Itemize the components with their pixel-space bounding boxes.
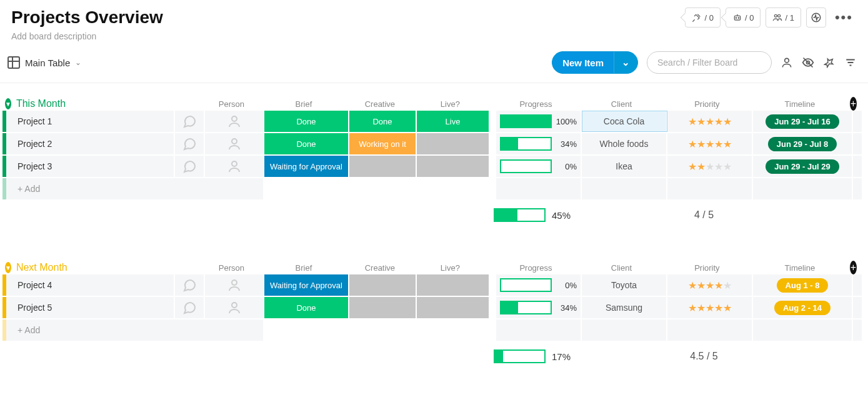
priority-cell[interactable]: ★★★★★ — [667, 297, 753, 318]
members-pill[interactable]: / 1 — [766, 8, 801, 28]
col-timeline[interactable]: Timeline — [750, 263, 850, 273]
creative-status[interactable]: Working on it — [349, 133, 417, 154]
brief-status[interactable]: Done — [264, 133, 349, 154]
person-cell[interactable] — [205, 133, 264, 154]
client-cell[interactable]: Coca Cola — [582, 111, 667, 132]
brief-status[interactable]: Waiting for Approval — [264, 274, 349, 296]
integrations-pill[interactable]: / 0 — [685, 8, 720, 28]
live-status[interactable]: Live — [417, 111, 490, 132]
automations-pill[interactable]: / 0 — [726, 8, 761, 28]
group-title[interactable]: Next Month — [16, 262, 202, 273]
col-brief[interactable]: Brief — [261, 99, 346, 109]
activity-pill[interactable] — [806, 8, 826, 28]
add-column-button[interactable]: + — [850, 97, 857, 111]
col-progress[interactable]: Progress — [493, 263, 579, 273]
col-creative[interactable]: Creative — [346, 263, 414, 273]
chat-button[interactable] — [175, 297, 205, 318]
item-name[interactable]: Project 3 — [6, 156, 175, 177]
group-title[interactable]: This Month — [16, 98, 202, 109]
live-status[interactable] — [417, 297, 490, 318]
add-column-button[interactable]: + — [850, 261, 857, 274]
client-cell[interactable]: Samsung — [582, 297, 667, 318]
group-collapse-toggle[interactable]: ▼ — [5, 98, 11, 109]
view-name: Main Table — [25, 58, 70, 68]
client-cell[interactable]: Toyota — [582, 274, 667, 296]
col-live[interactable]: Live? — [414, 263, 487, 273]
add-item-button[interactable]: + Add — [6, 319, 264, 341]
creative-status[interactable] — [349, 156, 417, 177]
progress-cell[interactable]: 100% — [496, 111, 582, 132]
creative-status[interactable] — [349, 274, 417, 296]
timeline-cell[interactable]: Jun 29 - Jul 8 — [753, 133, 853, 154]
add-item-button[interactable]: + Add — [6, 178, 264, 199]
star-icon: ★ — [723, 138, 732, 150]
col-creative[interactable]: Creative — [346, 99, 414, 109]
plug-icon — [692, 13, 702, 23]
group-collapse-toggle[interactable]: ▼ — [5, 262, 11, 273]
client-cell[interactable]: Ikea — [582, 156, 667, 177]
star-icon: ★ — [697, 279, 706, 291]
search-input[interactable] — [647, 51, 772, 74]
live-status[interactable] — [417, 133, 490, 154]
filter-icon[interactable] — [844, 56, 857, 69]
col-priority[interactable]: Priority — [664, 263, 750, 273]
col-priority[interactable]: Priority — [664, 99, 750, 109]
person-cell[interactable] — [205, 297, 264, 318]
priority-cell[interactable]: ★★★★★ — [667, 111, 753, 132]
progress-cell[interactable]: 0% — [496, 274, 582, 296]
col-client[interactable]: Client — [579, 99, 664, 109]
chat-button[interactable] — [175, 111, 205, 132]
creative-status[interactable]: Done — [349, 111, 417, 132]
priority-cell[interactable]: ★★★★★ — [667, 274, 753, 296]
live-status[interactable] — [417, 274, 490, 296]
timeline-cell[interactable]: Jun 29 - Jul 29 — [753, 156, 853, 177]
item-name[interactable]: Project 1 — [6, 111, 175, 132]
new-item-button[interactable]: New Item ⌄ — [552, 51, 638, 74]
table-row[interactable]: Project 4 Waiting for Approval 0% Toyota… — [2, 274, 862, 297]
eye-off-icon[interactable] — [802, 56, 814, 69]
svg-point-4 — [778, 14, 781, 17]
priority-cell[interactable]: ★★★★★ — [667, 156, 753, 177]
chat-button[interactable] — [175, 156, 205, 177]
progress-cell[interactable]: 34% — [496, 133, 582, 154]
pin-icon[interactable] — [823, 56, 836, 69]
col-brief[interactable]: Brief — [261, 263, 346, 273]
person-filter-icon[interactable] — [781, 56, 793, 69]
person-cell[interactable] — [205, 111, 264, 132]
table-row[interactable]: Project 5 Done 34% Samsung ★★★★★ Aug 2 -… — [2, 297, 862, 319]
timeline-cell[interactable]: Aug 1 - 8 — [753, 274, 853, 296]
chat-button[interactable] — [175, 133, 205, 154]
brief-status[interactable]: Done — [264, 297, 349, 318]
table-row[interactable]: Project 1 Done Done Live 100% Coca Cola … — [2, 111, 862, 133]
col-person[interactable]: Person — [202, 263, 261, 273]
brief-status[interactable]: Done — [264, 111, 349, 132]
item-name[interactable]: Project 2 — [6, 133, 175, 154]
live-status[interactable] — [417, 156, 490, 177]
timeline-cell[interactable]: Aug 2 - 14 — [753, 297, 853, 318]
client-cell[interactable]: Whole foods — [582, 133, 667, 154]
more-menu[interactable]: ••• — [831, 9, 857, 26]
creative-status[interactable] — [349, 297, 417, 318]
table-row[interactable]: Project 3 Waiting for Approval 0% Ikea ★… — [2, 156, 862, 178]
col-client[interactable]: Client — [579, 263, 664, 273]
view-selector[interactable]: Main Table ⌄ — [7, 56, 81, 69]
chat-button[interactable] — [175, 274, 205, 296]
col-progress[interactable]: Progress — [493, 99, 579, 109]
progress-cell[interactable]: 34% — [496, 297, 582, 318]
person-cell[interactable] — [205, 156, 264, 177]
svg-point-10 — [232, 161, 237, 166]
brief-status[interactable]: Waiting for Approval — [264, 156, 349, 177]
summary-progress: 17% — [490, 342, 576, 371]
timeline-cell[interactable]: Jun 29 - Jul 16 — [753, 111, 853, 132]
board-description[interactable]: Add board description — [11, 31, 163, 41]
progress-cell[interactable]: 0% — [496, 156, 582, 177]
col-live[interactable]: Live? — [414, 99, 487, 109]
priority-cell[interactable]: ★★★★★ — [667, 133, 753, 154]
item-name[interactable]: Project 4 — [6, 274, 175, 296]
col-timeline[interactable]: Timeline — [750, 99, 850, 109]
person-cell[interactable] — [205, 274, 264, 296]
item-name[interactable]: Project 5 — [6, 297, 175, 318]
new-item-dropdown[interactable]: ⌄ — [614, 57, 637, 68]
table-row[interactable]: Project 2 Done Working on it 34% Whole f… — [2, 133, 862, 156]
col-person[interactable]: Person — [202, 99, 261, 109]
